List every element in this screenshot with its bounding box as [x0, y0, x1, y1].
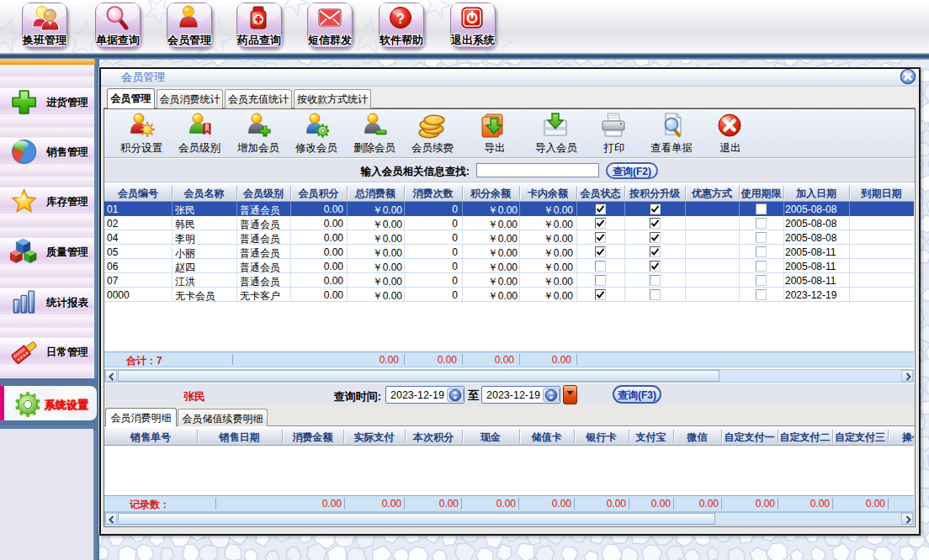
svg-text:?: ? [396, 11, 405, 27]
